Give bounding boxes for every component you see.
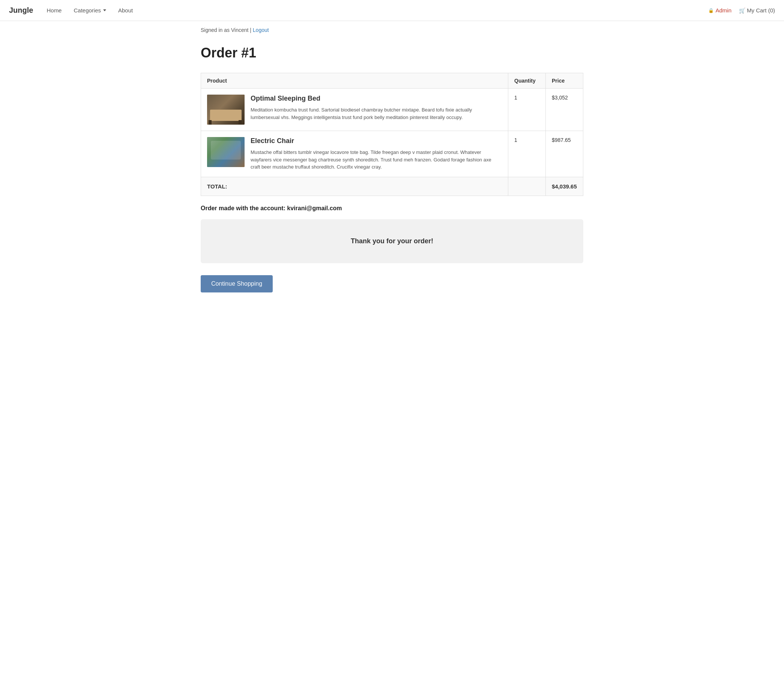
navbar: Jungle Home Categories About 🔒 Admin 🛒 M…	[0, 0, 784, 21]
account-prefix: Order made with the account:	[201, 205, 287, 211]
product-price-2: $987.65	[546, 131, 583, 177]
nav-categories-label: Categories	[73, 7, 101, 14]
main-container: Signed in as Vincent | Logout Order #1 P…	[186, 21, 598, 315]
account-email: kvirani@gmail.com	[287, 205, 342, 211]
product-desc-1: Meditation kombucha trust fund. Sartoria…	[250, 107, 472, 120]
continue-shopping-button[interactable]: Continue Shopping	[201, 275, 273, 293]
product-info-2: Electric Chair Mustache offal bitters tu…	[250, 137, 502, 171]
brand-logo[interactable]: Jungle	[9, 6, 33, 15]
cart-icon: 🛒	[739, 8, 745, 14]
table-header-row: Product Quantity Price	[201, 73, 583, 89]
thank-you-box: Thank you for your order!	[201, 219, 583, 263]
total-amount: $4,039.65	[546, 177, 583, 196]
product-cell: Optimal Sleeping Bed Meditation kombucha…	[201, 89, 508, 131]
nav-about[interactable]: About	[114, 4, 137, 17]
product-image-chair	[207, 137, 244, 167]
total-row: TOTAL: $4,039.65	[201, 177, 583, 196]
product-desc-2: Mustache offal bitters tumblr vinegar lo…	[250, 150, 492, 170]
product-qty-1: 1	[508, 89, 546, 131]
cart-link[interactable]: 🛒 My Cart (0)	[739, 7, 775, 14]
account-info: Order made with the account: kvirani@gma…	[201, 205, 583, 212]
admin-dropdown[interactable]: 🔒 Admin	[708, 7, 733, 14]
product-name-1: Optimal Sleeping Bed	[250, 95, 502, 103]
total-label: TOTAL:	[201, 177, 508, 196]
table-row: Optimal Sleeping Bed Meditation kombucha…	[201, 89, 583, 131]
product-qty-2: 1	[508, 131, 546, 177]
total-empty-qty	[508, 177, 546, 196]
product-image-bed	[207, 95, 244, 125]
admin-label: Admin	[716, 7, 731, 14]
product-price-1: $3,052	[546, 89, 583, 131]
col-price: Price	[546, 73, 583, 89]
product-cell: Electric Chair Mustache offal bitters tu…	[201, 131, 508, 177]
lock-icon: 🔒	[708, 8, 714, 13]
order-table: Product Quantity Price Optimal Sleeping …	[201, 73, 583, 196]
col-product: Product	[201, 73, 508, 89]
navbar-right: 🔒 Admin 🛒 My Cart (0)	[708, 7, 775, 14]
page-title: Order #1	[201, 45, 583, 61]
signed-in-text: Signed in as Vincent |	[201, 27, 253, 33]
nav-categories[interactable]: Categories	[69, 4, 110, 17]
product-name-2: Electric Chair	[250, 137, 502, 145]
col-quantity: Quantity	[508, 73, 546, 89]
chevron-down-icon	[103, 9, 106, 11]
thank-you-text: Thank you for your order!	[351, 237, 433, 245]
auth-bar: Signed in as Vincent | Logout	[201, 21, 583, 39]
nav-home[interactable]: Home	[42, 4, 66, 17]
product-info-1: Optimal Sleeping Bed Meditation kombucha…	[250, 95, 502, 121]
cart-label: My Cart (0)	[747, 7, 775, 14]
logout-link[interactable]: Logout	[253, 27, 269, 33]
nav-links: Home Categories About	[42, 4, 708, 17]
table-row: Electric Chair Mustache offal bitters tu…	[201, 131, 583, 177]
